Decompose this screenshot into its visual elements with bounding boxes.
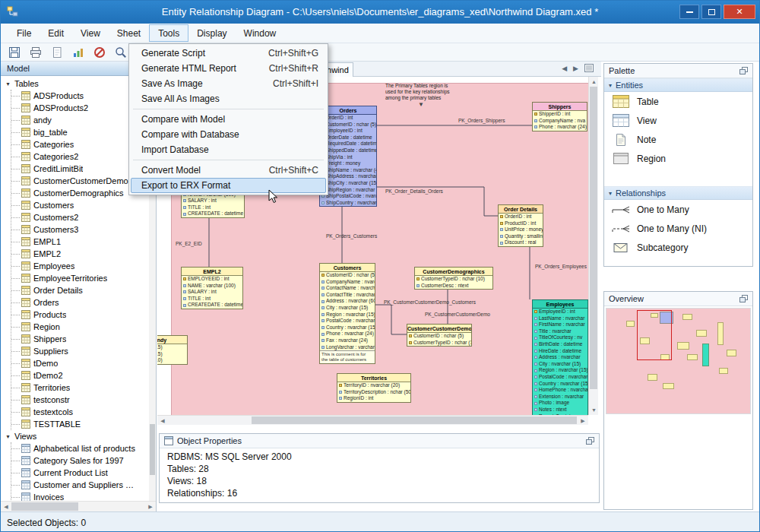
tree-item-tdemo2[interactable]: tDemo2 [11,369,149,382]
scroll-right-icon[interactable]: ▶ [145,502,156,511]
maximize-button[interactable] [701,5,721,19]
menu-item-compare-with-database[interactable]: Compare with Database [131,127,326,142]
menu-tools[interactable]: Tools [149,24,188,42]
expand-triangle-icon[interactable]: ▾ [5,433,11,440]
tree-item-orders[interactable]: Orders [11,296,149,309]
menu-file[interactable]: File [8,24,40,42]
tree-item-empl2[interactable]: EMPL2 [11,248,149,260]
table-node-icon [21,334,30,344]
overview-header[interactable]: Overview [604,292,752,306]
tree-root-views[interactable]: ▾Views [1,430,149,442]
tree-item-order-details[interactable]: Order Details [11,284,149,296]
menu-item-export-to-erx-format[interactable]: Export to ERX Format [131,178,326,193]
scroll-left-icon[interactable]: ◀ [157,416,168,426]
overview-map[interactable] [606,308,751,414]
palette-item-view[interactable]: View [604,111,752,130]
entity-empl2[interactable]: EMPL2EMPLOYEEID : intNAME : varchar (100… [181,267,243,309]
menu-item-generate-html-report[interactable]: Generate HTML ReportCtrl+Shift+R [131,61,326,76]
new-sheet-button[interactable] [49,45,65,60]
palette-item-region[interactable]: Region [604,149,752,168]
tree-item-suppliers[interactable]: Suppliers [11,345,149,357]
tree-horizontal-scrollbar[interactable]: ◀ ▶ [1,501,156,511]
menu-sheet[interactable]: Sheet [109,24,149,42]
palette-section-entities[interactable]: ▾Entities [604,78,752,92]
tree-item-products[interactable]: Products [11,309,149,321]
entity-shippers[interactable]: ShippersShipperID : intCompanyName : nva… [532,102,587,131]
tab-scroll-left-icon[interactable]: ◀ [562,65,567,72]
forbidden-button[interactable] [92,45,107,60]
entity-customers[interactable]: CustomersCustomerID : nchar (5)CompanyNa… [319,263,375,364]
menu-item-import-database[interactable]: Import Database [131,142,326,157]
menu-item-generate-script[interactable]: Generate ScriptCtrl+Shift+G [131,46,326,61]
tree-item-empl1[interactable]: EMPL1 [11,236,149,248]
tree-item-category-sales-for-1997[interactable]: Category Sales for 1997 [11,454,149,467]
palette-section-relationships[interactable]: ▾Relationships [604,186,752,200]
tree-item-current-product-list[interactable]: Current Product List [11,467,149,479]
tree-item-employees[interactable]: Employees [11,260,149,272]
tree-item-tdemo[interactable]: tDemo [11,357,149,369]
close-button[interactable]: ✕ [724,5,755,19]
menu-item-save-all-as-images[interactable]: Save All As Images [131,91,326,106]
tab-scroll-right-icon[interactable]: ▶ [573,65,578,72]
entity-customercustomerdemo[interactable]: CustomerCustomerDemoCustomerID : nchar (… [407,324,472,347]
menu-window[interactable]: Window [236,24,285,42]
tree-item-territories[interactable]: Territories [11,382,149,394]
tree-item-invoices[interactable]: Invoices [11,491,149,501]
scrollbar-thumb[interactable] [11,502,78,511]
column-icon [500,228,503,231]
tree-item-region[interactable]: Region [11,321,149,333]
entity-employees[interactable]: EmployeesEmployeeID : intLastName : nvar… [532,299,588,415]
menu-item-convert-model[interactable]: Convert ModelCtrl+Shift+C [131,163,326,178]
canvas-vertical-scrollbar[interactable]: ▲ ▼ [588,77,598,415]
palette-header[interactable]: Palette [604,64,752,78]
scroll-up-icon[interactable]: ▲ [589,77,599,87]
tree-item-customers2[interactable]: Customers2 [11,211,149,223]
minimize-button[interactable] [679,5,699,19]
tree-root-tables[interactable]: ▾Tables [1,78,149,90]
scroll-left-icon[interactable]: ◀ [1,502,11,511]
entity-territories[interactable]: TerritoriesTerritoryID : nvarchar (20)Te… [337,373,411,403]
tree-item-testextcols[interactable]: testextcols [11,406,149,418]
scrollbar-thumb[interactable] [252,416,577,424]
overview-viewport[interactable] [637,310,672,360]
menu-item-compare-with-model[interactable]: Compare with Model [131,112,326,127]
entity-customerdemographics[interactable]: CustomerDemographicsCustomerTypeID : nch… [414,267,493,290]
object-properties-header[interactable]: Object Properties [160,434,599,448]
menu-item-save-as-image[interactable]: Save As ImageCtrl+Shift+I [131,76,326,91]
entity-order-details[interactable]: Order DetailsOrderID : intProductID : in… [498,204,543,247]
tree-item-label: big_table [33,128,68,137]
scroll-right-icon[interactable]: ▶ [578,416,588,426]
tree-item-customer-and-suppliers-by-city[interactable]: Customer and Suppliers by City [11,479,149,491]
zoom-button[interactable] [113,45,128,60]
float-panel-icon[interactable] [739,67,748,74]
tree-item-testconstr[interactable]: testconstr [11,394,149,406]
scrollbar-thumb[interactable] [150,424,155,475]
palette-item-one-to-many[interactable]: One to Many [604,200,752,219]
palette-item-one-to-many-ni[interactable]: One to Many (NI) [604,219,752,238]
menu-view[interactable]: View [72,24,109,42]
float-panel-icon[interactable] [739,295,748,302]
canvas-horizontal-scrollbar[interactable]: ◀ ▶ [157,415,588,425]
print-button[interactable] [28,45,43,60]
scroll-down-icon[interactable]: ▼ [589,405,599,415]
report-button[interactable] [71,45,86,60]
menu-edit[interactable]: Edit [40,24,72,42]
scrollbar-thumb[interactable] [590,87,597,389]
tab-list-icon[interactable] [584,64,594,72]
palette-item-table[interactable]: Table [604,92,752,111]
tree-item-employeeterritories[interactable]: EmployeeTerritories [11,272,149,284]
palette-item-note[interactable]: Note [604,130,752,149]
menu-display[interactable]: Display [188,24,235,42]
save-button[interactable] [7,45,22,60]
entity-andy[interactable]: andynchar (15)nchar (15)nchar (10) [157,335,188,365]
field-label: CustomerID : nchar (5) [413,334,464,339]
tree-item-customers3[interactable]: Customers3 [11,223,149,236]
expand-triangle-icon[interactable]: ▾ [5,81,11,87]
float-panel-icon[interactable] [586,437,594,445]
tree-item-testtable[interactable]: TESTTABLE [11,418,149,430]
titlebar[interactable]: Entity Relationship Diagram - C:\Users\n… [1,1,759,24]
tree-item-shippers[interactable]: Shippers [11,333,149,345]
tree-item-alphabetical-list-of-products[interactable]: Alphabetical list of products [11,442,149,454]
tree-item-customers[interactable]: Customers [11,199,149,211]
palette-item-subcategory[interactable]: Subcategory [604,238,752,257]
